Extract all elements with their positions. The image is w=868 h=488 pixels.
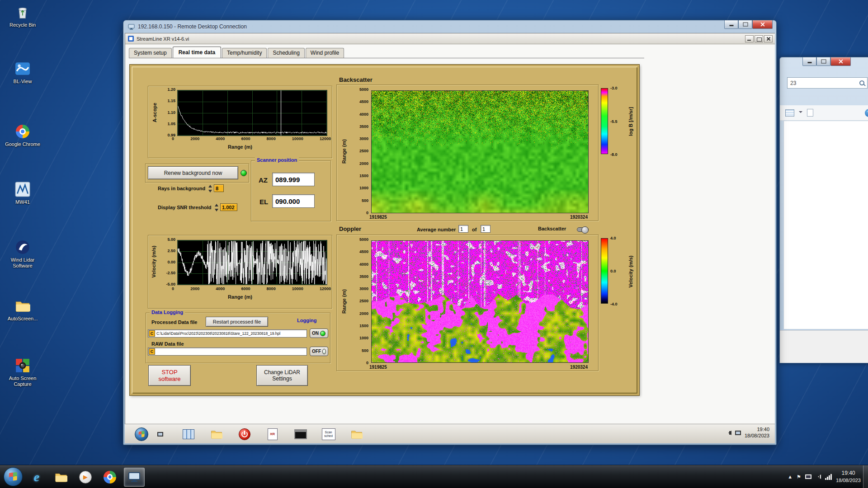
backscatter-graph: Range (m) 500045004000350030002500200015…	[336, 84, 599, 221]
tick-label: -5.5	[610, 120, 618, 124]
new-file-icon[interactable]	[807, 109, 813, 117]
close-button[interactable]	[764, 35, 773, 42]
doppler-y-ticks: 5000450040003500300025002000150010005000	[352, 238, 368, 365]
remote-clock[interactable]: 19:40 18/08/2023	[745, 427, 769, 439]
desktop-icon-wind-lidar[interactable]: Wind Lidar Software	[4, 239, 42, 268]
console-icon	[294, 429, 307, 439]
view-list-icon[interactable]	[785, 109, 794, 117]
tab-system-setup[interactable]: System setup	[129, 48, 172, 58]
tray-clock-time: 19:40	[836, 470, 861, 477]
system-taskbar: e ▶ ▲ ⚑ 19:40 18/08/2023	[0, 465, 868, 488]
raw-logging-toggle[interactable]: OFF	[310, 347, 328, 356]
bl-view-icon	[14, 60, 31, 77]
desktop-icon-google-chrome[interactable]: Google Chrome	[4, 123, 42, 147]
remote-start-button[interactable]	[135, 427, 148, 441]
scan-sched-icon: Scan sched	[322, 428, 335, 440]
change-lidar-settings-button[interactable]: Change LiDAR Settings	[256, 365, 308, 386]
desktop-icon-autoscreen-folder[interactable]: AutoScreen...	[4, 297, 42, 322]
remote-taskbar-scan-sched-icon[interactable]: Scan sched	[321, 427, 336, 441]
raw-file-path-field[interactable]: C	[148, 347, 307, 356]
scanner-position-group: Scanner position AZ 089.999 EL 090.000	[251, 160, 331, 221]
el-value-field[interactable]: 090.000	[272, 194, 315, 208]
tick-label: 5.00	[167, 238, 175, 242]
tab-wind-profile[interactable]: Wind profile	[306, 48, 344, 58]
rays-in-background-label: Rays in background	[158, 186, 205, 191]
tab-temp-humidity[interactable]: Temp/humidity	[222, 48, 267, 58]
search-input[interactable]: 23	[787, 77, 868, 89]
average-number-field[interactable]: 1	[458, 225, 468, 233]
desktop-icon-recycle-bin[interactable]: Recycle Bin	[4, 4, 42, 28]
labview-titlebar[interactable]: StreamLine XR v14-6.vi	[125, 33, 775, 44]
remote-clock-date: 18/08/2023	[745, 433, 769, 439]
help-icon[interactable]: ?	[865, 109, 868, 117]
stop-software-button[interactable]: STOP software	[148, 365, 191, 386]
tray-volume-icon[interactable]	[816, 474, 821, 479]
close-button[interactable]	[752, 20, 773, 29]
snr-value-field[interactable]: 1.002	[220, 203, 237, 211]
remote-display-icon[interactable]	[735, 431, 741, 435]
desktop-icon-bl-view[interactable]: BL-View	[4, 60, 42, 84]
taskbar-chrome[interactable]	[99, 468, 120, 487]
rays-spinner[interactable]	[208, 185, 212, 192]
remote-taskbar-stop-icon[interactable]	[237, 427, 252, 441]
tab-scheduling[interactable]: Scheduling	[268, 48, 304, 58]
background-led	[241, 170, 247, 176]
processed-logging-toggle[interactable]: ON	[310, 328, 328, 338]
labview-app-icon	[128, 36, 134, 42]
remote-taskbar-grid-icon[interactable]	[181, 427, 196, 441]
off-led	[322, 349, 326, 354]
close-button[interactable]	[830, 57, 851, 66]
rdp-titlebar[interactable]: 192.168.0.150 - Remote Desktop Connectio…	[123, 20, 776, 33]
tray-flag-icon[interactable]: ⚑	[797, 474, 801, 480]
tick-label: 0.0	[610, 269, 618, 273]
desktop-icon-auto-screen-capture[interactable]: Auto Screen Capture	[4, 357, 42, 387]
rdp-window-title: 192.168.0.150 - Remote Desktop Connectio…	[138, 23, 247, 30]
show-desktop-button[interactable]	[863, 465, 868, 488]
mw41-icon	[14, 181, 31, 198]
renew-background-group: Renew background now	[145, 164, 249, 183]
tray-show-hidden-icons[interactable]: ▲	[788, 474, 793, 479]
tick-label: 2000	[190, 137, 199, 141]
minimize-button[interactable]	[724, 20, 738, 29]
tick-label: -5.00	[166, 282, 175, 286]
snr-spinner[interactable]	[214, 204, 219, 211]
desktop: Recycle Bin BL-View Google Chrome MW41 W…	[0, 0, 868, 488]
maximize-button[interactable]	[738, 20, 752, 29]
taskbar-media-player[interactable]: ▶	[75, 468, 96, 487]
desktop-icon-mw41[interactable]: MW41	[4, 181, 42, 205]
backscatter-colorbar-label: log B [/m/sr]	[628, 107, 633, 136]
backscatter-time-start: 1919825	[369, 215, 387, 220]
taskbar-internet-explorer[interactable]: e	[26, 468, 47, 487]
tray-clock[interactable]: 19:40 18/08/2023	[836, 470, 861, 483]
tick-label: 500	[362, 199, 368, 203]
restart-processed-file-button[interactable]: Restart processed file	[206, 317, 268, 327]
internet-explorer-icon: e	[34, 470, 39, 484]
tray-network-icon[interactable]	[825, 474, 832, 480]
backscatter-toggle[interactable]	[577, 227, 589, 232]
minimize-button[interactable]	[802, 57, 816, 66]
processed-file-path-field[interactable]: C C:\Lidar\Data\Proc\2023\202308\2023081…	[148, 329, 307, 338]
taskbar-rdp-active[interactable]	[124, 468, 145, 487]
remote-taskbar-console-icon[interactable]	[293, 427, 308, 441]
maximize-button[interactable]	[816, 57, 830, 66]
restore-button[interactable]	[755, 35, 763, 42]
background-window[interactable]: 23 ?	[779, 57, 868, 363]
renew-background-button[interactable]: Renew background now	[148, 166, 238, 179]
start-button[interactable]	[4, 467, 23, 486]
tick-label: -2.50	[166, 271, 175, 275]
remote-taskbar-folder-icon[interactable]	[209, 427, 224, 441]
remote-volume-icon[interactable]	[726, 431, 731, 435]
rays-value-field[interactable]: 8	[214, 184, 224, 192]
tick-label: 4000	[359, 113, 368, 117]
remote-taskbar-folder2-icon[interactable]	[349, 427, 364, 441]
tray-network-display-icon[interactable]	[805, 474, 811, 479]
average-total-field[interactable]: 1	[481, 225, 491, 233]
tab-real-time-data[interactable]: Real time data	[173, 47, 221, 58]
minimize-button[interactable]	[745, 35, 754, 42]
taskbar-file-explorer[interactable]	[51, 468, 71, 487]
chevron-down-icon[interactable]	[799, 111, 802, 115]
az-value-field[interactable]: 089.999	[272, 173, 315, 186]
remote-taskbar-xr-icon[interactable]: XR	[265, 427, 280, 441]
tick-label: 1.10	[167, 111, 175, 115]
remote-taskbar-app-icon[interactable]	[153, 427, 168, 441]
